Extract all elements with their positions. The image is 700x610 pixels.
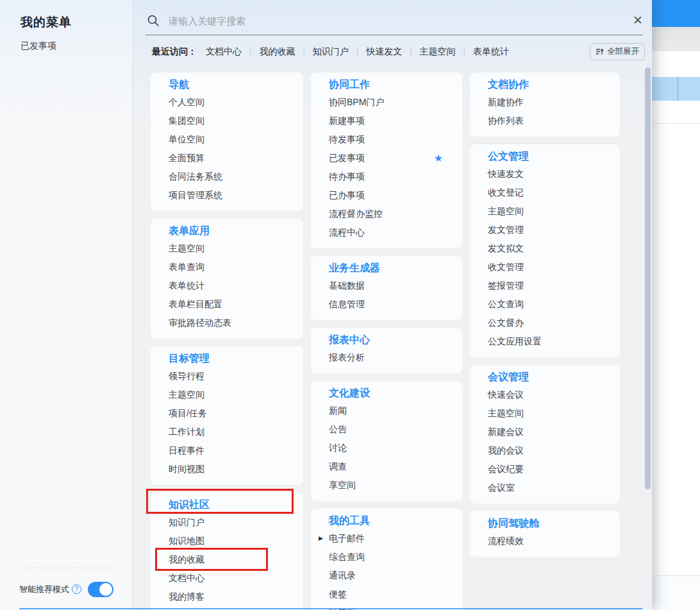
menu-item[interactable]: 待发事项 xyxy=(329,130,452,149)
screen: 我的菜单 已发事项 智能推荐模式 ? ✕ 最近访问： 文档 xyxy=(0,0,700,610)
menu-item[interactable]: 表单查询 xyxy=(169,258,293,276)
menu-item[interactable]: 便签 xyxy=(329,585,452,604)
menu-item[interactable]: 已发事项★ xyxy=(329,149,452,167)
menu-group-title[interactable]: 目标管理 xyxy=(169,352,293,366)
menu-group-title[interactable]: 表单应用 xyxy=(169,224,293,238)
help-icon[interactable]: ? xyxy=(72,584,81,594)
recent-item[interactable]: 快速发文 xyxy=(366,46,402,56)
background-divider-line xyxy=(652,123,700,124)
menu-item[interactable]: 讨论 xyxy=(329,439,452,457)
background-row-divider xyxy=(678,77,678,101)
menu-item[interactable]: 收文管理 xyxy=(488,258,610,276)
menu-group-title[interactable]: 文档协作 xyxy=(488,78,610,92)
menu-item[interactable]: 审批路径动态表 xyxy=(169,314,293,332)
menu-item[interactable]: 流程督办监控 xyxy=(329,205,452,223)
background-bottom-edge xyxy=(19,608,642,609)
menu-item[interactable]: 日程事件 xyxy=(169,441,293,460)
menu-item[interactable]: 合同法务系统 xyxy=(169,167,293,186)
menu-item[interactable]: 主题空间 xyxy=(169,239,293,258)
menu-item[interactable]: 个人空间 xyxy=(169,93,293,112)
smart-mode-toggle[interactable] xyxy=(88,582,113,597)
menu-item[interactable]: 电子邮件▶ xyxy=(329,529,452,548)
background-highlighted-row xyxy=(652,77,700,101)
menu-item[interactable]: 享空间 xyxy=(329,476,452,495)
menu-group-title[interactable]: 文化建设 xyxy=(329,386,452,400)
menu-item[interactable]: 新建事项 xyxy=(329,112,452,130)
menu-item[interactable]: 公文应用设置 xyxy=(488,332,610,351)
menu-item[interactable]: 新闻 xyxy=(329,402,452,420)
recent-separator: | xyxy=(410,47,412,56)
menu-item[interactable]: 调查 xyxy=(329,457,452,476)
menu-item[interactable]: 签报管理 xyxy=(488,276,610,295)
menu-group-title[interactable]: 协同工作 xyxy=(329,78,452,92)
menu-item[interactable]: 流程绩效 xyxy=(488,532,610,550)
menu-item[interactable]: 我的会议 xyxy=(488,441,610,460)
menu-item[interactable]: 基础数据 xyxy=(329,276,452,295)
menu-item[interactable]: 主题空间 xyxy=(169,385,293,404)
recent-separator: | xyxy=(249,47,251,56)
favorite-star-icon[interactable]: ★ xyxy=(434,149,443,167)
menu-group-title[interactable]: 会议管理 xyxy=(488,370,610,384)
menu-item[interactable]: 待办事项 xyxy=(329,167,452,186)
close-icon[interactable]: ✕ xyxy=(630,13,646,28)
menu-item[interactable]: 报表分析 xyxy=(329,348,452,367)
recent-item[interactable]: 主题空间 xyxy=(420,46,456,56)
menu-item[interactable]: 新建协作 xyxy=(488,93,610,112)
menu-group-card: 导航个人空间集团空间单位空间全面预算合同法务系统项目管理系统 xyxy=(151,72,303,211)
menu-item[interactable]: 公文督办 xyxy=(488,314,610,332)
menu-group-title[interactable]: 报表中心 xyxy=(329,333,452,347)
menu-item[interactable]: 我的博客 xyxy=(169,588,293,606)
menu-item[interactable]: 知识门户 xyxy=(169,513,293,532)
recent-item[interactable]: 我的收藏 xyxy=(259,46,295,56)
menu-item[interactable]: 新建会议 xyxy=(488,423,610,441)
menu-group-title[interactable]: 公文管理 xyxy=(488,149,610,164)
menu-item[interactable]: 单位空间 xyxy=(169,130,293,149)
menu-item[interactable]: 全面预算 xyxy=(169,149,293,167)
menu-item[interactable]: 工作计划 xyxy=(169,423,293,441)
menu-item[interactable]: 快速发文 xyxy=(488,165,610,183)
menu-item[interactable]: 会议室 xyxy=(488,479,610,497)
recent-item[interactable]: 知识门户 xyxy=(313,46,349,56)
search-input[interactable] xyxy=(169,15,553,26)
menu-item[interactable]: 我的收藏 xyxy=(169,550,293,569)
recent-separator: | xyxy=(356,47,358,56)
menu-item[interactable]: 表单统计 xyxy=(169,276,293,295)
sidebar-item-sent-items[interactable]: 已发事项 xyxy=(21,40,56,52)
menu-item[interactable]: 主题空间 xyxy=(488,202,610,221)
menu-group-title[interactable]: 知识社区 xyxy=(169,498,293,512)
menu-item[interactable]: 项目/任务 xyxy=(169,404,293,423)
submenu-arrow-icon[interactable]: ▶ xyxy=(319,529,323,548)
menu-item[interactable]: 信息管理 xyxy=(329,295,452,314)
menu-item[interactable]: 综合查询 xyxy=(329,548,452,566)
menu-item[interactable]: 协作列表 xyxy=(488,112,610,130)
menu-group-title[interactable]: 协同驾驶舱 xyxy=(488,516,610,530)
menu-item[interactable]: 会议纪要 xyxy=(488,460,610,479)
background-top-bar xyxy=(652,0,700,27)
menu-item[interactable]: 项目管理系统 xyxy=(169,186,293,205)
menu-item[interactable]: 快速会议 xyxy=(488,385,610,404)
menu-item[interactable]: 收文登记 xyxy=(488,183,610,202)
expand-all-button[interactable]: 全部展开 xyxy=(590,43,645,60)
menu-group-title[interactable]: 业务生成器 xyxy=(329,261,452,275)
smart-mode-label: 智能推荐模式 xyxy=(19,584,69,595)
modal-scrollbar-thumb[interactable] xyxy=(645,67,651,489)
menu-group-title[interactable]: 导航 xyxy=(169,78,293,92)
menu-item[interactable]: 已办事项 xyxy=(329,186,452,205)
menu-item[interactable]: 公告 xyxy=(329,420,452,439)
menu-item[interactable]: 流程中心 xyxy=(329,223,452,242)
recent-item[interactable]: 文档中心 xyxy=(206,46,242,56)
menu-item[interactable]: 时间视图 xyxy=(169,460,293,479)
menu-item[interactable]: 发文拟文 xyxy=(488,239,610,258)
menu-item[interactable]: 公文查询 xyxy=(488,295,610,314)
menu-item[interactable]: 表单栏目配置 xyxy=(169,295,293,314)
menu-item[interactable]: 通讯录 xyxy=(329,566,452,585)
menu-item[interactable]: 发文管理 xyxy=(488,221,610,239)
menu-item[interactable]: 领导行程 xyxy=(169,367,293,385)
menu-item[interactable]: 主题空间 xyxy=(488,404,610,423)
menu-item[interactable]: 文档中心 xyxy=(169,569,293,588)
menu-group-card: 目标管理领导行程主题空间项目/任务工作计划日程事件时间视图 xyxy=(151,346,303,485)
recent-item[interactable]: 表单统计 xyxy=(473,46,509,56)
menu-group-title[interactable]: 我的工具 xyxy=(329,514,452,528)
menu-item[interactable]: 集团空间 xyxy=(169,112,293,130)
menu-item[interactable]: 协同BPM门户 xyxy=(329,93,452,112)
